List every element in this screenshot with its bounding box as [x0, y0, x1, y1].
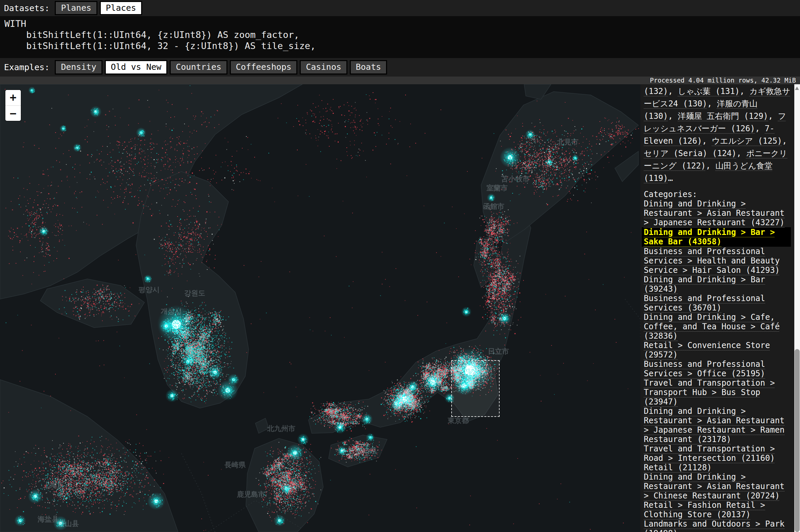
- brand-link[interactable]: セリア (Seria) (124): [644, 149, 737, 158]
- example-button-coffeeshops[interactable]: Coffeeshops: [230, 60, 298, 75]
- map[interactable]: 日立市東京都北九州市長崎県鹿児島市高知県苫小牧市室蘭市函館市北見市평양시개성시강…: [0, 84, 640, 532]
- category-link[interactable]: Retail > Convenience Store (29572): [644, 341, 791, 360]
- app: Datasets: PlanesPlaces WITH bitShiftLeft…: [0, 0, 800, 532]
- brand-link[interactable]: しゃぶ葉 (131): [678, 87, 740, 96]
- category-link[interactable]: Travel and Transportation > Transport Hu…: [644, 378, 791, 406]
- category-link[interactable]: Retail > Fashion Retail > Clothing Store…: [644, 500, 791, 519]
- map-selection-rectangle[interactable]: [451, 360, 499, 417]
- example-button-group: DensityOld vs NewCountriesCoffeeshopsCas…: [55, 60, 387, 75]
- category-link[interactable]: Dining and Drinking > Restaurant > Asian…: [644, 472, 791, 500]
- example-button-density[interactable]: Density: [55, 60, 102, 75]
- brand-link[interactable]: 洋麺屋 五右衛門 (129): [678, 111, 768, 121]
- brand-link[interactable]: (132): [644, 87, 668, 96]
- brand-link[interactable]: ウエルシア (125): [712, 136, 782, 146]
- page-scrollbar[interactable]: [794, 84, 800, 532]
- datasets-label: Datasets:: [4, 3, 49, 13]
- category-link[interactable]: Dining and Drinking > Restaurant > Asian…: [644, 406, 791, 444]
- examples-bar: Examples: DensityOld vs NewCountriesCoff…: [0, 58, 800, 77]
- zoom-out-button[interactable]: −: [5, 106, 21, 121]
- example-button-countries[interactable]: Countries: [170, 60, 227, 75]
- category-link[interactable]: Dining and Drinking > Restaurant > Asian…: [644, 199, 791, 227]
- zoom-in-button[interactable]: +: [5, 90, 21, 106]
- map-zoom-control: + −: [5, 90, 21, 121]
- category-link[interactable]: Business and Professional Services (3670…: [644, 294, 791, 312]
- status-bar: Processed 4.04 million rows, 42.32 MiB: [0, 77, 800, 84]
- sql-query-editor[interactable]: WITH bitShiftLeft(1::UInt64, {z:UInt8}) …: [0, 16, 800, 58]
- category-link[interactable]: Dining and Drinking > Cafe, Coffee, and …: [644, 312, 791, 341]
- query-stats-text: Processed 4.04 million rows, 42.32 MiB: [650, 77, 796, 84]
- scrollbar-thumb[interactable]: [795, 349, 800, 532]
- categories-list: Categories: Dining and Drinking > Restau…: [644, 190, 791, 532]
- brands-list: (132), しゃぶ葉 (131), カギ救急サービス24 (130), 洋服の…: [644, 85, 791, 185]
- examples-label: Examples:: [4, 62, 49, 72]
- category-link[interactable]: Travel and Transportation > Road > Inter…: [644, 444, 791, 463]
- scrollbar-up-arrow-icon[interactable]: [795, 87, 799, 90]
- category-link[interactable]: Landmarks and Outdoors > Park (19498): [644, 519, 791, 532]
- dataset-button-group: PlanesPlaces: [55, 1, 142, 16]
- results-sidebar: (132), しゃぶ葉 (131), カギ救急サービス24 (130), 洋服の…: [640, 84, 794, 532]
- dataset-button-planes[interactable]: Planes: [55, 1, 97, 16]
- category-link[interactable]: Dining and Drinking > Bar > Sake Bar (43…: [642, 227, 791, 247]
- categories-label: Categories:: [644, 190, 697, 199]
- example-button-boats[interactable]: Boats: [350, 60, 387, 75]
- map-canvas[interactable]: [0, 84, 640, 532]
- category-link[interactable]: Business and Professional Services > Off…: [644, 360, 791, 378]
- category-link[interactable]: Dining and Drinking > Bar (39243): [644, 275, 791, 294]
- example-button-casinos[interactable]: Casinos: [300, 60, 347, 75]
- dataset-button-places[interactable]: Places: [100, 1, 142, 16]
- example-button-old-vs-new[interactable]: Old vs New: [105, 60, 168, 75]
- category-link[interactable]: Business and Professional Services > Hea…: [644, 247, 791, 275]
- datasets-bar: Datasets: PlanesPlaces: [0, 0, 800, 16]
- category-link[interactable]: Retail (21128): [644, 463, 791, 472]
